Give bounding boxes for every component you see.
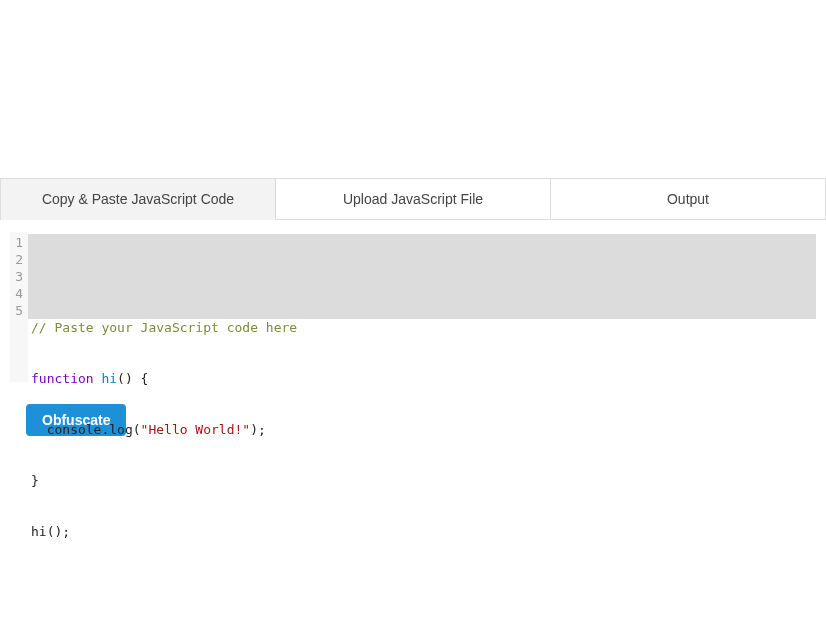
code-token: console.log( [31, 422, 141, 437]
code-token-string: "Hello World!" [141, 422, 251, 437]
code-token-keyword: function [31, 371, 94, 386]
code-token: } [31, 473, 39, 488]
line-number: 2 [14, 251, 23, 268]
tab-label: Upload JavaScript File [343, 191, 483, 207]
line-number: 4 [14, 285, 23, 302]
editor-panel: 1 2 3 4 5 // Paste your JavaScript code … [0, 220, 826, 398]
tab-label: Output [667, 191, 709, 207]
line-number: 1 [14, 234, 23, 251]
tabs-bar: Copy & Paste JavaScript Code Upload Java… [0, 178, 826, 220]
tab-label: Copy & Paste JavaScript Code [42, 191, 234, 207]
code-token-comment: // Paste your JavaScript code here [31, 320, 297, 335]
code-editor[interactable]: 1 2 3 4 5 // Paste your JavaScript code … [10, 232, 816, 382]
code-area[interactable]: // Paste your JavaScript code here funct… [28, 232, 816, 382]
tab-upload-file[interactable]: Upload JavaScript File [276, 179, 551, 220]
code-token-funcname: hi [101, 371, 117, 386]
tab-output[interactable]: Output [551, 179, 825, 220]
tab-copy-paste[interactable]: Copy & Paste JavaScript Code [1, 179, 276, 220]
code-token: () { [117, 371, 148, 386]
code-token: hi(); [31, 524, 70, 539]
code-content: // Paste your JavaScript code here funct… [31, 285, 816, 574]
line-number: 5 [14, 302, 23, 319]
line-gutter: 1 2 3 4 5 [10, 232, 28, 382]
line-number: 3 [14, 268, 23, 285]
code-token: ); [250, 422, 266, 437]
main-panel: Copy & Paste JavaScript Code Upload Java… [0, 178, 826, 454]
